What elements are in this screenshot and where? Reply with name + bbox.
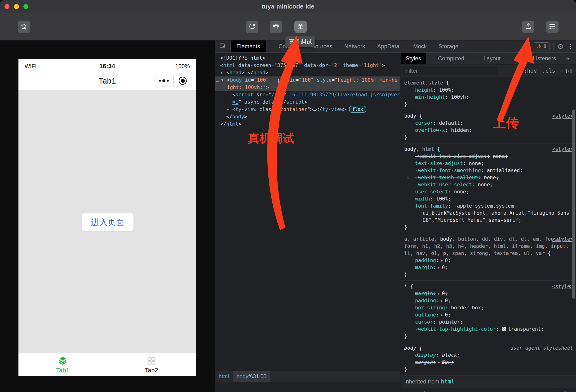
- code-token: </: [220, 121, 226, 127]
- styles-filter-input[interactable]: Filter: [402, 66, 497, 75]
- styles-tab-styles[interactable]: Styles: [401, 53, 426, 64]
- property-value: border-box;: [451, 305, 484, 311]
- css-property[interactable]: outline:▸0;: [404, 311, 573, 318]
- capsule-menu[interactable]: [154, 75, 192, 87]
- node-menu-dots[interactable]: …: [216, 76, 219, 84]
- inspect-element-button[interactable]: [218, 42, 228, 51]
- home-button[interactable]: [18, 21, 30, 33]
- phone-tab-tab2[interactable]: Tab2: [123, 353, 180, 376]
- expand-arrow-icon[interactable]: ▼: [221, 76, 226, 84]
- css-property[interactable]: width: 100%;: [404, 195, 573, 202]
- css-property[interactable]: overflow-x: hidden;: [404, 127, 573, 134]
- upload-button[interactable]: [522, 21, 534, 33]
- dom-tree-node[interactable]: </body>: [215, 113, 401, 121]
- stylesheet-source-link[interactable]: <style>: [552, 236, 573, 243]
- css-property[interactable]: height: 100%;: [404, 86, 573, 93]
- code-token: script: [235, 92, 254, 97]
- css-property[interactable]: -webkit-text-size-adjust: none;: [404, 153, 573, 160]
- actions-divider: [553, 43, 553, 50]
- styles-tab-event-listeners[interactable]: Event Listeners: [512, 53, 561, 64]
- devtools-tab-storage[interactable]: Storage: [433, 40, 464, 52]
- css-property[interactable]: box-sizing: border-box;: [404, 304, 573, 311]
- dom-tree-node[interactable]: …▼ <body id="100" __pageid="100" style="…: [215, 76, 401, 91]
- styles-scrollbar-thumb[interactable]: [572, 109, 575, 299]
- expand-value-icon[interactable]: ▸: [439, 311, 445, 318]
- css-property[interactable]: -webkit-tap-highlight-color: transparent…: [404, 326, 573, 332]
- stylesheet-source-link[interactable]: <style>: [552, 283, 573, 290]
- record-icon[interactable]: [174, 77, 192, 85]
- kebab-menu-icon[interactable]: ⋮: [568, 43, 574, 50]
- devtools-tab-elements[interactable]: Elements: [231, 40, 266, 52]
- styles-tab--[interactable]: »: [561, 53, 574, 64]
- expand-arrow-icon[interactable]: ▶: [221, 69, 225, 76]
- issues-badge[interactable]: ⚠ 8: [534, 42, 549, 50]
- filter-control-[interactable]: +: [560, 68, 564, 74]
- breadcrumb-item[interactable]: body#\31 00: [233, 371, 270, 382]
- css-property[interactable]: padding:▸0;: [404, 257, 573, 264]
- css-selector[interactable]: body {: [404, 112, 573, 120]
- code-token: script: [286, 99, 304, 105]
- dock-sidebar-icon[interactable]: [566, 67, 573, 76]
- code-token: ": [337, 62, 340, 68]
- css-selector[interactable]: element.style {: [404, 79, 573, 86]
- dom-tree-node[interactable]: </html>: [215, 121, 401, 128]
- css-property[interactable]: margin:▸0;: [404, 290, 573, 297]
- log-list-button[interactable]: [546, 21, 558, 33]
- dom-tree-node[interactable]: <!DOCTYPE html>: [215, 55, 401, 62]
- css-property[interactable]: cursor: pointer;: [404, 318, 573, 326]
- property-name: padding: [415, 258, 436, 263]
- css-property[interactable]: user-select: none;: [404, 188, 573, 195]
- expand-value-icon[interactable]: ▸: [436, 264, 442, 271]
- css-selector[interactable]: :root {: [404, 390, 573, 392]
- enter-page-button[interactable]: 进入页面: [82, 213, 134, 231]
- settings-gear-icon[interactable]: ⚙: [557, 42, 564, 51]
- dom-tree-node[interactable]: ▶ <ty-view class="container">…</ty-view>…: [215, 106, 401, 113]
- devtools-tab-mock[interactable]: Mock: [407, 40, 432, 52]
- css-property[interactable]: padding:▸0;: [404, 297, 573, 304]
- css-property[interactable]: ⚠-webkit-touch-callout: none;: [404, 174, 573, 181]
- devtools-tab-network[interactable]: Network: [339, 40, 371, 52]
- property-value: 100vh;: [451, 94, 469, 100]
- css-property[interactable]: text-size-adjust: none;: [404, 160, 573, 167]
- stylesheet-source-link[interactable]: <style>: [552, 112, 573, 120]
- stylesheet-source-link[interactable]: <style>: [552, 390, 573, 392]
- styles-tab-computed[interactable]: Computed: [433, 53, 469, 64]
- color-swatch[interactable]: [502, 327, 506, 331]
- css-property[interactable]: -webkit-user-select: none;: [404, 181, 573, 188]
- css-property[interactable]: cursor: default;: [404, 120, 573, 127]
- dom-tree-node[interactable]: ▶ <head>…</head>: [215, 69, 401, 76]
- expand-value-icon[interactable]: ▸: [436, 359, 442, 366]
- styles-tab-layout[interactable]: Layout: [479, 53, 505, 64]
- titlebar: tuya-minicode-ide: [0, 0, 576, 13]
- tune-button[interactable]: [270, 21, 282, 33]
- css-selector[interactable]: a, article, body, button, dd, div, dl, d…: [404, 236, 573, 257]
- stylesheet-source-link[interactable]: <style>: [552, 146, 573, 153]
- expand-value-icon[interactable]: ▸: [439, 257, 445, 264]
- css-property[interactable]: min-height: 100vh;: [404, 93, 573, 101]
- filter-control-hov[interactable]: :hov: [524, 68, 537, 74]
- phone-tab-label: Tab2: [123, 367, 180, 374]
- breadcrumb-item[interactable]: html: [215, 371, 233, 382]
- property-colon: :: [436, 352, 439, 358]
- phone-tab-tab1[interactable]: Tab1: [34, 353, 91, 376]
- css-property[interactable]: margin:▸8px;: [404, 359, 573, 366]
- css-selector[interactable]: * {: [404, 283, 573, 290]
- real-device-debug-button[interactable]: [294, 21, 307, 33]
- css-property[interactable]: display: block;: [404, 352, 573, 359]
- inherited-node-link[interactable]: html: [441, 378, 455, 385]
- filter-control-cls[interactable]: .cls: [542, 68, 555, 74]
- flex-badge[interactable]: flex: [349, 106, 367, 113]
- expand-value-icon[interactable]: ▸: [436, 290, 442, 297]
- expand-arrow-icon[interactable]: ▶: [227, 106, 231, 113]
- css-property[interactable]: font-family: -apple-system,system-ui,Bli…: [404, 202, 573, 224]
- dom-tree-node[interactable]: <html data-screen="375,667" data-dpr="2"…: [215, 62, 401, 69]
- dom-tree-node[interactable]: <script src="//172.16.111.90:35729/liver…: [215, 91, 401, 106]
- more-icon[interactable]: [155, 79, 173, 82]
- css-property[interactable]: margin:▸0;: [404, 264, 573, 271]
- devtools-tab-appdata[interactable]: AppData: [372, 40, 405, 52]
- expand-value-icon[interactable]: ▸: [439, 297, 445, 304]
- property-name: -webkit-user-select: [415, 182, 472, 187]
- css-property[interactable]: -webkit-font-smoothing: antialiased;: [404, 167, 573, 174]
- refresh-button[interactable]: [246, 21, 258, 33]
- css-selector[interactable]: body, html {: [404, 146, 573, 153]
